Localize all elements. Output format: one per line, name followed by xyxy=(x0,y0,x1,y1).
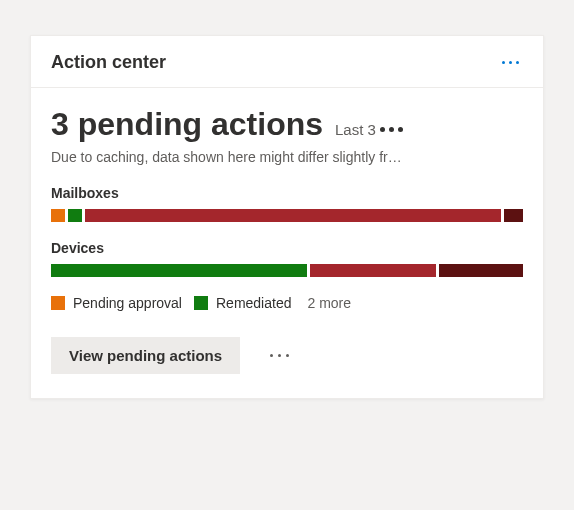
card-header: Action center xyxy=(31,36,543,88)
card-body: 3 pending actions Last 3 Due to caching,… xyxy=(31,88,543,398)
legend-label-pending: Pending approval xyxy=(73,295,182,311)
bar-segment[interactable] xyxy=(51,264,307,277)
footer-more-icon[interactable] xyxy=(264,348,295,363)
view-pending-actions-button[interactable]: View pending actions xyxy=(51,337,240,374)
legend: Pending approval Remediated 2 more xyxy=(51,295,523,311)
bar-segment[interactable] xyxy=(85,209,502,222)
heading-row: 3 pending actions Last 3 xyxy=(51,106,523,143)
footer-row: View pending actions xyxy=(51,337,523,374)
bar-segment[interactable] xyxy=(310,264,436,277)
bar-label-devices: Devices xyxy=(51,240,523,256)
bar-devices[interactable] xyxy=(51,264,523,277)
bar-group-mailboxes: Mailboxes xyxy=(51,185,523,222)
action-center-card: Action center 3 pending actions Last 3 D… xyxy=(30,35,544,399)
bar-label-mailboxes: Mailboxes xyxy=(51,185,523,201)
legend-swatch-remediated xyxy=(194,296,208,310)
legend-item-remediated: Remediated xyxy=(194,295,292,311)
ellipsis-icon xyxy=(380,127,403,132)
legend-item-pending: Pending approval xyxy=(51,295,182,311)
legend-swatch-pending xyxy=(51,296,65,310)
heading-subtitle: Last 3 xyxy=(335,121,403,138)
bar-group-devices: Devices xyxy=(51,240,523,277)
bar-segment[interactable] xyxy=(68,209,82,222)
bar-segment[interactable] xyxy=(439,264,523,277)
legend-more[interactable]: 2 more xyxy=(307,295,351,311)
legend-label-remediated: Remediated xyxy=(216,295,292,311)
bar-segment[interactable] xyxy=(504,209,523,222)
more-options-icon[interactable] xyxy=(498,57,523,68)
heading-sub-text: Last 3 xyxy=(335,121,376,138)
caption-text: Due to caching, data shown here might di… xyxy=(51,149,523,165)
bar-mailboxes[interactable] xyxy=(51,209,523,222)
heading: 3 pending actions xyxy=(51,106,323,143)
bar-segment[interactable] xyxy=(51,209,65,222)
card-title: Action center xyxy=(51,52,166,73)
